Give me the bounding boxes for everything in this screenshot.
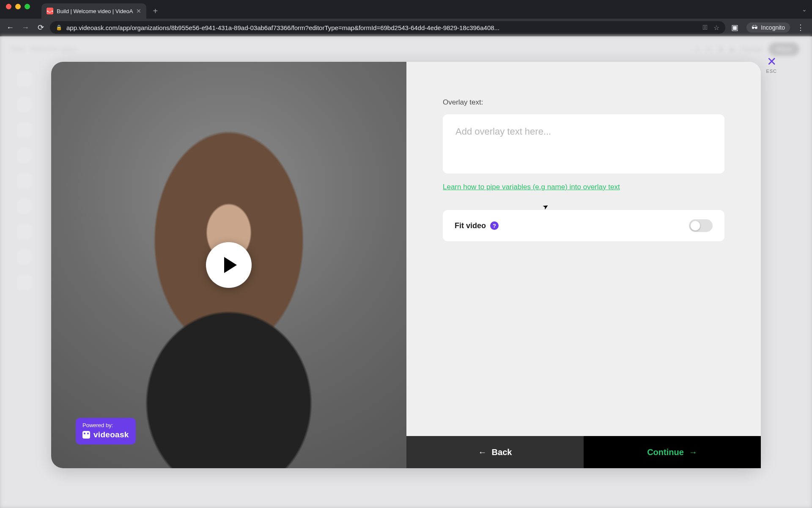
macos-minimize-button[interactable] — [15, 4, 21, 9]
tab-overflow-icon[interactable]: ⌄ — [802, 6, 807, 13]
settings-panel: Overlay text: Learn how to pipe variable… — [406, 62, 761, 468]
powered-by-badge[interactable]: Powered by: videoask — [76, 418, 136, 444]
arrow-left-icon: ← — [478, 447, 487, 457]
browser-tab-strip: •ᴗ• Build | Welcome video | VideoA ✕ + ⌄ — [0, 0, 812, 19]
bookmark-star-icon[interactable]: ☆ — [713, 24, 719, 32]
browser-menu-icon[interactable]: ⋮ — [793, 23, 808, 32]
nav-forward-button[interactable]: → — [19, 23, 31, 32]
arrow-right-icon: → — [689, 447, 697, 457]
fit-video-label: Fit video — [455, 221, 486, 230]
favicon-icon: •ᴗ• — [47, 8, 53, 14]
powered-by-brand: videoask — [93, 430, 129, 439]
modal-footer: ← Back Continue → — [406, 436, 761, 468]
nav-back-button[interactable]: ← — [4, 23, 16, 32]
pipe-variables-help-link[interactable]: Learn how to pipe variables (e.g name) i… — [443, 183, 724, 191]
continue-button[interactable]: Continue → — [584, 436, 761, 468]
incognito-badge[interactable]: 🕶 Incognito — [746, 22, 790, 33]
overlay-text-label: Overlay text: — [443, 98, 724, 107]
macos-close-button[interactable] — [6, 4, 11, 9]
incognito-label: Incognito — [761, 24, 785, 31]
back-button[interactable]: ← Back — [406, 436, 584, 468]
address-bar[interactable]: 🔒 app.videoask.com/app/organizations/8b9… — [50, 21, 725, 34]
close-icon: ✕ — [767, 56, 776, 68]
lock-icon: 🔒 — [56, 25, 62, 30]
url-text: app.videoask.com/app/organizations/8b955… — [66, 24, 698, 31]
nav-reload-button[interactable]: ⟳ — [35, 23, 47, 32]
fit-video-toggle[interactable] — [689, 219, 713, 232]
close-button[interactable]: ✕ ESC — [766, 56, 777, 74]
fit-video-help-icon[interactable]: ? — [490, 221, 499, 230]
side-panel-icon[interactable]: ▣ — [729, 23, 741, 32]
powered-by-label: Powered by: — [82, 422, 129, 428]
browser-tab-active[interactable]: •ᴗ• Build | Welcome video | VideoA ✕ — [41, 3, 146, 19]
editor-modal: Powered by: videoask Overlay text: Learn… — [51, 62, 761, 468]
tab-title: Build | Welcome video | VideoA — [57, 8, 133, 14]
videoask-logo-icon — [82, 431, 90, 439]
browser-toolbar: ← → ⟳ 🔒 app.videoask.com/app/organizatio… — [0, 19, 812, 36]
new-tab-button[interactable]: + — [149, 5, 162, 17]
back-button-label: Back — [492, 447, 512, 457]
modal-overlay: ✕ ESC Powered by: videoask Overlay text:… — [0, 36, 812, 508]
tab-close-icon[interactable]: ✕ — [136, 8, 141, 14]
close-esc-label: ESC — [766, 69, 777, 74]
tracking-blocked-icon[interactable]: 👁̸ — [702, 24, 708, 32]
toggle-knob — [690, 221, 700, 231]
play-button[interactable] — [206, 242, 252, 288]
macos-zoom-button[interactable] — [25, 4, 30, 9]
fit-video-row: Fit video ? — [443, 210, 724, 241]
continue-button-label: Continue — [647, 447, 684, 457]
overlay-text-input[interactable] — [443, 114, 724, 174]
video-preview-panel: Powered by: videoask — [51, 62, 406, 468]
incognito-icon: 🕶 — [752, 24, 757, 31]
